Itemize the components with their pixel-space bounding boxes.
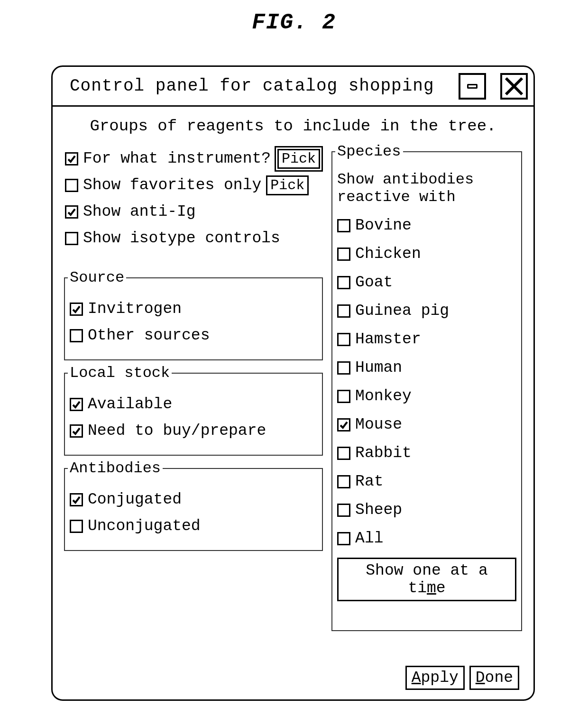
species-group: Species Show antibodies reactive with Bo… — [331, 143, 522, 631]
species-sheep-checkbox[interactable] — [337, 504, 350, 517]
footer-buttons: Apply Done — [405, 666, 519, 690]
species-chicken-checkbox[interactable] — [337, 248, 350, 261]
figure-label: FIG. 2 — [0, 0, 588, 39]
species-monkey-checkbox[interactable] — [337, 390, 350, 403]
species-human-checkbox[interactable] — [337, 361, 350, 375]
top-for-what-instrument-checkbox[interactable] — [65, 152, 78, 165]
species-item-rabbit: Rabbit — [337, 440, 516, 467]
right-column: Species Show antibodies reactive with Bo… — [331, 140, 522, 635]
done-mnemonic: D — [476, 669, 485, 687]
species-all-checkbox[interactable] — [337, 532, 350, 545]
species-label: Mouse — [355, 412, 402, 438]
species-item-mouse: Mouse — [337, 412, 516, 438]
window-controls — [459, 73, 528, 100]
species-item-human: Human — [337, 355, 516, 381]
show-one-at-a-time-button[interactable]: Show one at a time — [337, 558, 516, 601]
species-goat-checkbox[interactable] — [337, 276, 350, 289]
species-legend: Species — [335, 143, 403, 160]
antibodies-group: Antibodies ConjugatedUnconjugated — [64, 459, 323, 551]
done-button[interactable]: Done — [469, 666, 519, 690]
species-label: Human — [355, 355, 402, 381]
apply-rest: pply — [421, 669, 459, 687]
top-option-label: For what instrument? — [83, 147, 271, 171]
local-stock-item-need-to-buy-prepare: Need to buy/prepare — [70, 420, 317, 442]
control-panel-window: Control panel for catalog shopping Group… — [51, 65, 535, 701]
species-item-all: All — [337, 525, 516, 552]
species-item-chicken: Chicken — [337, 241, 516, 267]
local-stock-legend: Local stock — [68, 364, 172, 382]
top-option-label: Show isotype controls — [83, 226, 280, 251]
species-guinea-pig-checkbox[interactable] — [337, 304, 350, 318]
pick-button-for-what-instrument[interactable]: Pick — [277, 149, 320, 169]
species-label: All — [355, 525, 383, 552]
local-stock-need-to-buy-prepare-checkbox[interactable] — [70, 424, 83, 438]
species-label: Rat — [355, 468, 383, 495]
source-label: Other sources — [88, 324, 210, 347]
local-stock-item-available: Available — [70, 393, 317, 416]
top-option-show-anti-ig: Show anti-Ig — [65, 200, 322, 224]
source-invitrogen-checkbox[interactable] — [70, 303, 83, 316]
pick-button-show-favorites-only[interactable]: Pick — [266, 175, 309, 195]
top-option-label: Show favorites only — [83, 173, 261, 198]
show-one-suffix: e — [436, 579, 446, 597]
species-label: Guinea pig — [355, 298, 449, 324]
top-option-label: Show anti-Ig — [83, 200, 196, 224]
source-label: Invitrogen — [88, 298, 182, 321]
species-item-monkey: Monkey — [337, 383, 516, 410]
apply-button[interactable]: Apply — [405, 666, 465, 690]
species-instruction: Show antibodies reactive with — [337, 171, 516, 206]
apply-mnemonic: A — [412, 669, 421, 687]
antibodies-unconjugated-checkbox[interactable] — [70, 520, 83, 533]
local-stock-available-checkbox[interactable] — [70, 398, 83, 411]
titlebar: Control panel for catalog shopping — [53, 67, 533, 107]
minimize-icon — [467, 84, 478, 89]
species-label: Monkey — [355, 383, 412, 410]
species-label: Sheep — [355, 497, 402, 523]
top-options: For what instrument?PickShow favorites o… — [64, 140, 323, 266]
show-one-mnemonic: m — [427, 579, 436, 597]
species-item-sheep: Sheep — [337, 497, 516, 523]
top-show-anti-ig-checkbox[interactable] — [65, 205, 78, 219]
left-column: For what instrument?PickShow favorites o… — [64, 140, 323, 635]
antibodies-conjugated-checkbox[interactable] — [70, 493, 83, 506]
species-label: Goat — [355, 269, 393, 296]
done-rest: one — [485, 669, 513, 687]
source-item-invitrogen: Invitrogen — [70, 298, 317, 321]
local-stock-group: Local stock AvailableNeed to buy/prepare — [64, 364, 323, 456]
species-bovine-checkbox[interactable] — [337, 219, 350, 232]
antibodies-item-conjugated: Conjugated — [70, 488, 317, 511]
body-area: For what instrument?PickShow favorites o… — [53, 140, 533, 635]
species-hamster-checkbox[interactable] — [337, 333, 350, 346]
species-item-rat: Rat — [337, 468, 516, 495]
antibodies-legend: Antibodies — [68, 459, 163, 477]
species-label: Chicken — [355, 241, 421, 267]
page-subtitle: Groups of reagents to include in the tre… — [53, 107, 533, 140]
source-other-sources-checkbox[interactable] — [70, 329, 83, 342]
source-legend: Source — [68, 269, 126, 286]
top-show-isotype-controls-checkbox[interactable] — [65, 232, 78, 245]
species-item-guinea-pig: Guinea pig — [337, 298, 516, 324]
window-title: Control panel for catalog shopping — [53, 76, 434, 96]
antibodies-label: Conjugated — [88, 488, 182, 511]
source-item-other-sources: Other sources — [70, 324, 317, 347]
species-rat-checkbox[interactable] — [337, 475, 350, 488]
antibodies-item-unconjugated: Unconjugated — [70, 515, 317, 538]
species-label: Rabbit — [355, 440, 412, 467]
minimize-button[interactable] — [459, 73, 486, 100]
species-mouse-checkbox[interactable] — [337, 418, 350, 431]
top-option-show-isotype-controls: Show isotype controls — [65, 226, 322, 251]
species-rabbit-checkbox[interactable] — [337, 447, 350, 460]
top-option-show-favorites-only: Show favorites onlyPick — [65, 173, 322, 198]
antibodies-label: Unconjugated — [88, 515, 201, 538]
top-show-favorites-only-checkbox[interactable] — [65, 179, 78, 192]
species-label: Hamster — [355, 326, 421, 353]
species-label: Bovine — [355, 212, 412, 239]
species-item-goat: Goat — [337, 269, 516, 296]
top-option-for-what-instrument: For what instrument?Pick — [65, 147, 322, 171]
species-item-bovine: Bovine — [337, 212, 516, 239]
species-item-hamster: Hamster — [337, 326, 516, 353]
local-stock-label: Available — [88, 393, 172, 416]
close-icon — [504, 76, 524, 96]
close-button[interactable] — [500, 73, 528, 100]
source-group: Source InvitrogenOther sources — [64, 269, 323, 360]
